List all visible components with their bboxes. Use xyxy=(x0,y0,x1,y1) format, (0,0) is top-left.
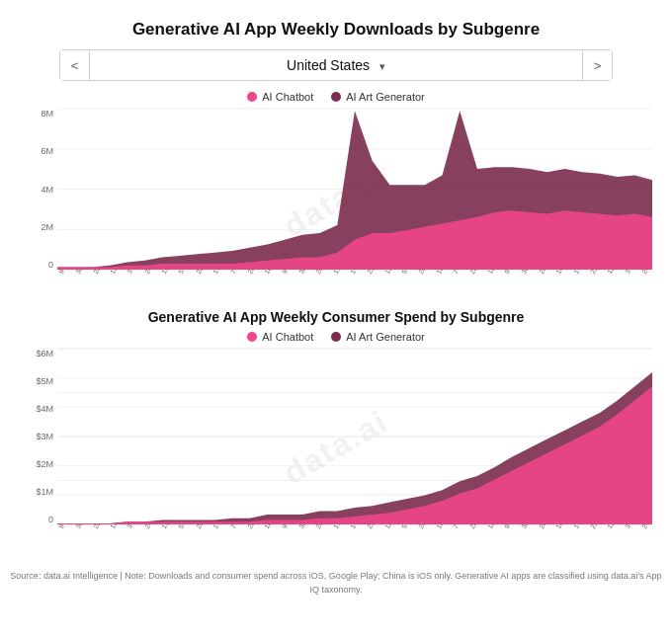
chart1-legend: AI ChatbotAI Art Generator xyxy=(20,91,652,103)
legend-label: AI Art Generator xyxy=(346,331,424,343)
legend-label: AI Chatbot xyxy=(262,91,313,103)
y-axis-label: 6M xyxy=(41,146,53,156)
y-axis-label: 0 xyxy=(48,515,53,524)
legend-item: AI Art Generator xyxy=(331,331,424,343)
legend-item: AI Chatbot xyxy=(247,91,313,103)
chart2-title: Generative AI App Weekly Consumer Spend … xyxy=(20,309,652,325)
y-axis-label: 2M xyxy=(41,222,53,232)
next-country-btn[interactable]: > xyxy=(582,50,612,80)
y-axis-label: $1M xyxy=(36,487,53,497)
main-title: Generative AI App Weekly Downloads by Su… xyxy=(132,20,540,40)
y-axis-label: $2M xyxy=(36,459,53,469)
y-axis-label: $6M xyxy=(36,349,53,358)
y-axis-label: 8M xyxy=(41,109,53,119)
x-axis-label: 9-Jul-23 xyxy=(503,270,522,276)
legend-dot xyxy=(331,332,341,342)
footer-note: Source: data.ai Intelligence | Note: Dow… xyxy=(10,570,662,597)
legend-label: AI Art Generator xyxy=(346,91,424,103)
chart1-section: AI ChatbotAI Art Generator data.ai 02M4M… xyxy=(20,91,652,291)
legend-item: AI Art Generator xyxy=(331,91,424,103)
x-axis-label: 9-Jul-23 xyxy=(503,524,522,530)
legend-item: AI Chatbot xyxy=(247,331,313,343)
x-axis-label: 24-Dec-23 xyxy=(640,524,652,530)
x-axis-label: 24-Dec-23 xyxy=(640,270,652,276)
y-axis-label: $4M xyxy=(36,404,53,414)
country-selector: < United States ▾ > xyxy=(59,49,613,81)
y-axis-label: $5M xyxy=(36,376,53,386)
y-axis-label: 4M xyxy=(41,185,53,195)
legend-dot xyxy=(247,92,257,102)
legend-dot xyxy=(331,92,341,102)
country-label: United States ▾ xyxy=(90,57,582,73)
y-axis-label: 0 xyxy=(48,260,53,270)
y-axis-label: $3M xyxy=(36,432,53,441)
chart2-section: Generative AI App Weekly Consumer Spend … xyxy=(20,309,652,546)
prev-country-btn[interactable]: < xyxy=(60,50,90,80)
legend-label: AI Chatbot xyxy=(262,331,313,343)
legend-dot xyxy=(247,332,257,342)
chart2-legend: AI ChatbotAI Art Generator xyxy=(20,331,652,343)
